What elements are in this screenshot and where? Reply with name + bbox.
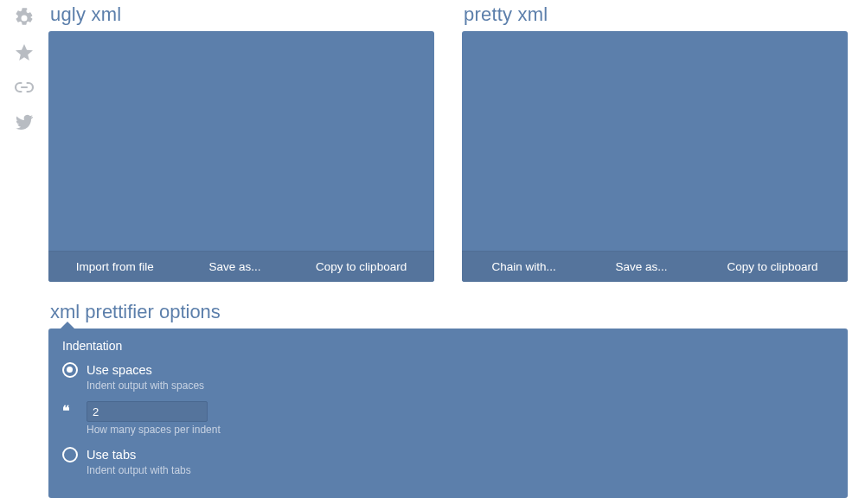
side-toolbar (7, 7, 42, 133)
use-spaces-option[interactable]: Use spaces Indent output with spaces (62, 361, 834, 392)
use-tabs-option[interactable]: Use tabs Indent output with tabs (62, 446, 834, 477)
pretty-xml-box: Chain with... Save as... Copy to clipboa… (462, 31, 848, 282)
save-as-button-right[interactable]: Save as... (609, 257, 675, 277)
indent-size-input[interactable] (86, 401, 208, 422)
ugly-xml-box: Import from file Save as... Copy to clip… (48, 31, 434, 282)
indentation-heading: Indentation (62, 339, 834, 353)
use-spaces-label: Use spaces (86, 361, 204, 379)
twitter-icon[interactable] (13, 111, 35, 133)
chain-with-button[interactable]: Chain with... (484, 257, 562, 277)
options-section: xml prettifier options Indentation Use s… (48, 301, 848, 498)
ugly-xml-actions: Import from file Save as... Copy to clip… (48, 251, 434, 282)
star-icon[interactable] (13, 41, 35, 64)
use-tabs-desc: Indent output with tabs (86, 463, 191, 477)
pretty-xml-panel: pretty xml Chain with... Save as... Copy… (462, 3, 848, 282)
ugly-xml-title: ugly xml (50, 3, 434, 26)
use-spaces-desc: Indent output with spaces (86, 379, 204, 392)
ugly-xml-textarea[interactable] (48, 31, 434, 251)
save-as-button-left[interactable]: Save as... (202, 257, 267, 277)
pretty-xml-title: pretty xml (464, 3, 848, 26)
panels-row: ugly xml Import from file Save as... Cop… (48, 3, 848, 282)
options-box: Indentation Use spaces Indent output wit… (48, 329, 848, 498)
indent-size-row: ❝ (62, 401, 834, 422)
pretty-xml-textarea[interactable] (462, 31, 848, 251)
use-spaces-radio[interactable] (62, 362, 78, 378)
use-tabs-text: Use tabs Indent output with tabs (86, 446, 191, 477)
options-title: xml prettifier options (50, 301, 848, 323)
use-tabs-label: Use tabs (86, 446, 191, 463)
gear-icon[interactable] (13, 7, 35, 29)
import-from-file-button[interactable]: Import from file (69, 257, 161, 277)
indent-size-desc: How many spaces per indent (86, 424, 834, 436)
link-icon[interactable] (13, 76, 35, 99)
use-tabs-radio[interactable] (62, 447, 78, 463)
quote-icon: ❝ (62, 402, 81, 421)
copy-to-clipboard-button-right[interactable]: Copy to clipboard (720, 257, 824, 277)
ugly-xml-panel: ugly xml Import from file Save as... Cop… (48, 3, 434, 282)
pretty-xml-actions: Chain with... Save as... Copy to clipboa… (462, 251, 848, 282)
use-spaces-text: Use spaces Indent output with spaces (86, 361, 204, 392)
copy-to-clipboard-button-left[interactable]: Copy to clipboard (309, 257, 413, 277)
